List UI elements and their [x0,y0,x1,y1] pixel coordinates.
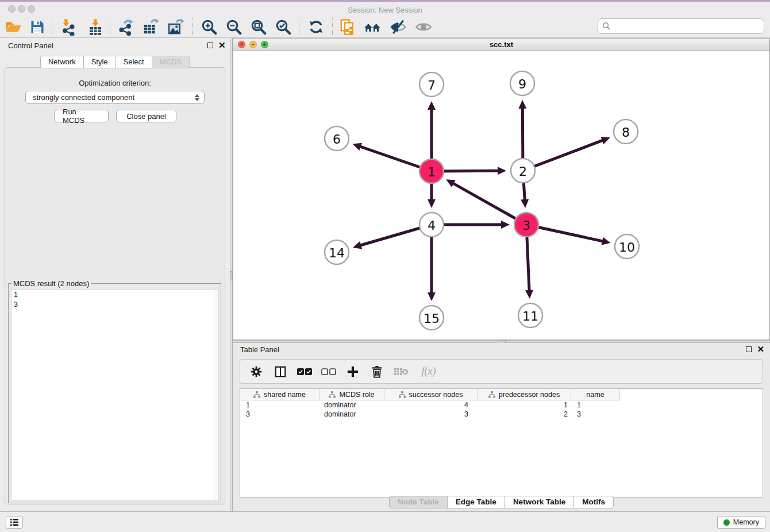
task-list-icon [10,518,19,526]
copy-network-icon[interactable] [337,17,358,37]
search-input[interactable] [614,22,764,30]
cell-shared-name[interactable]: 3 [240,410,319,419]
network-canvas[interactable]: 7968124314101511 [233,51,769,340]
cell-predecessor-nodes[interactable]: 2 [478,410,571,419]
zoom-selected-icon[interactable] [273,17,294,37]
node-label-8: 8 [622,125,630,140]
edge-arrow-1-2 [498,167,506,175]
mcds-result-title: MCDS result (2 nodes) [11,279,91,288]
node-label-7: 7 [428,78,436,92]
node-table-header: shared nameMCDS rolesuccessor nodesprede… [240,389,620,400]
cell-successor-nodes[interactable]: 4 [384,400,478,410]
mcds-result-values: 1 3 [14,290,18,310]
network-title: scc.txt [233,40,769,49]
cell-name[interactable]: 3 [571,410,620,419]
control-panel-tabs: NetworkStyleSelectMCDS [0,56,230,68]
cell-name[interactable]: 1 [571,400,620,410]
open-file-icon[interactable] [3,17,24,37]
table-float-icon[interactable] [746,346,752,352]
node-label-4: 4 [428,218,436,233]
titlebar: Session: New Session [0,2,770,16]
create-column-icon[interactable] [345,364,361,380]
export-image-icon[interactable] [165,17,186,37]
cell-shared-name[interactable]: 1 [240,400,319,410]
cell-MCDS-role[interactable]: dominator [319,400,384,410]
refresh-view-icon[interactable] [306,17,326,37]
table-tab-edge-table[interactable]: Edge Table [447,496,505,508]
first-neighbors-icon[interactable] [363,17,383,37]
mcds-result-list[interactable]: 1 3 [11,289,219,500]
edge-arrow-4-3 [501,221,510,229]
memory-status-icon [723,519,730,526]
status-bar: Memory [0,511,770,532]
table-row[interactable]: 3dominator323 [240,410,763,419]
run-mcds-button[interactable]: Run MCDS [54,110,109,122]
toolbar-separator [299,18,299,35]
close-panel-icon[interactable]: ✕ [218,43,226,48]
mcds-result-group: MCDS result (2 nodes) 1 3 [8,283,221,503]
cell-MCDS-role[interactable]: dominator [319,410,384,419]
column-header-successor-nodes[interactable]: successor nodes [384,389,478,400]
deselect-all-columns-icon[interactable] [321,364,337,380]
table-tab-node-table[interactable]: Node Table [389,496,448,508]
edge-arrow-1-4 [428,199,436,208]
node-label-15: 15 [424,311,440,326]
tab-mcds[interactable]: MCDS [152,56,190,68]
node-label-6: 6 [333,132,341,147]
node-label-3: 3 [522,218,530,233]
export-table-icon[interactable] [140,17,161,37]
toolbar-separator [332,18,333,35]
import-table-icon[interactable] [85,17,106,37]
edge-arrow-2-3 [521,199,529,208]
node-label-1: 1 [428,165,436,179]
result-scrollbar[interactable] [214,290,218,500]
edge-2-8[interactable] [523,140,603,171]
node-label-9: 9 [518,77,526,91]
show-all-icon[interactable] [413,17,434,37]
table-tab-network-table[interactable]: Network Table [505,496,574,508]
column-label: shared name [264,391,306,399]
float-panel-icon[interactable] [207,43,213,48]
table-close-icon[interactable]: ✕ [757,346,764,352]
zoom-in-icon[interactable] [199,17,220,37]
tab-network[interactable]: Network [40,56,84,68]
task-history-button[interactable] [6,516,23,529]
column-header-name[interactable]: name [571,389,620,400]
control-panel-title: Control Panel [8,41,53,50]
cell-predecessor-nodes[interactable]: 1 [478,400,571,410]
column-type-icon [488,391,495,398]
column-header-MCDS-role[interactable]: MCDS role [319,389,384,400]
node-table-body: 1dominator4113dominator323 [240,400,763,419]
table-panel-title: Table Panel [240,345,279,354]
column-type-icon [253,391,260,398]
table-panel: Table Panel ✕ f(x) shared nameMCDS r [233,343,770,511]
close-panel-button[interactable]: Close panel [116,110,176,122]
zoom-fit-icon[interactable] [248,17,269,37]
network-window-titlebar[interactable]: × − + scc.txt [233,38,769,51]
cell-successor-nodes[interactable]: 3 [384,410,478,419]
select-all-columns-icon[interactable] [297,364,313,380]
delete-column-icon[interactable] [369,364,385,380]
zoom-out-icon[interactable] [224,17,244,37]
column-header-predecessor-nodes[interactable]: predecessor nodes [478,389,571,400]
tab-style[interactable]: Style [83,56,116,68]
table-settings-icon[interactable] [248,364,264,380]
edge-arrow-1-6 [352,143,361,151]
export-network-icon[interactable] [116,17,136,37]
column-label: MCDS role [339,391,374,399]
tab-select[interactable]: Select [116,56,152,68]
column-layout-icon[interactable] [272,364,288,380]
save-session-icon[interactable] [27,17,48,37]
column-label: name [586,391,604,399]
search-field[interactable] [598,18,764,34]
memory-button[interactable]: Memory [717,516,765,529]
optimization-criterion-label: Optimization criterion: [5,79,225,87]
column-header-shared-name[interactable]: shared name [240,389,319,400]
table-toolbar: f(x) [240,359,763,384]
column-label: predecessor nodes [499,391,560,399]
criterion-dropdown[interactable]: strongly connected component [25,91,205,104]
table-tab-motifs[interactable]: Motifs [573,496,614,508]
hide-selected-icon[interactable] [388,17,409,37]
import-network-icon[interactable] [57,17,78,37]
table-row[interactable]: 1dominator411 [240,400,763,410]
